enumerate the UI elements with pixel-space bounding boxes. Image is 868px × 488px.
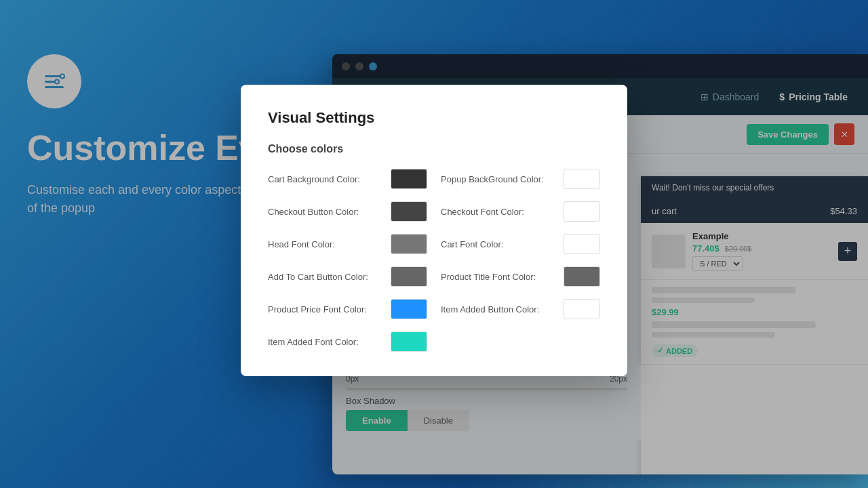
visual-settings-modal: Visual Settings Choose colors Cart Backg… [241,85,627,376]
color-row-item-added-font: Item Added Font Color: [268,331,427,352]
cart-bg-swatch[interactable] [391,169,427,189]
add-btn-label: Add To Cart Button Color: [268,272,391,282]
checkout-btn-swatch[interactable] [391,201,427,222]
cart-font-swatch[interactable] [564,234,600,254]
modal-section-title: Choose colors [268,143,600,155]
modal-overlay: Visual Settings Choose colors Cart Backg… [0,0,868,488]
item-added-font-label: Item Added Font Color: [268,337,391,347]
color-row-head-font: Head Font Color: [268,234,427,254]
product-title-label: Product Title Font Color: [441,272,564,282]
modal-title: Visual Settings [268,109,600,127]
cart-bg-label: Cart Background Color: [268,174,391,184]
item-added-font-swatch[interactable] [391,331,427,352]
price-font-swatch[interactable] [391,299,427,319]
popup-bg-swatch[interactable] [564,169,600,189]
head-font-label: Head Font Color: [268,239,391,249]
product-title-swatch[interactable] [564,266,600,287]
price-font-label: Product Price Font Color: [268,304,391,314]
color-row-checkout-font: Checkout Font Color: [441,201,600,222]
color-row-cart-font: Cart Font Color: [441,234,600,254]
color-row-add-btn: Add To Cart Button Color: [268,266,427,287]
color-options-grid: Cart Background Color: Popup BackGround … [268,169,600,352]
add-btn-swatch[interactable] [391,266,427,287]
color-row-checkout-btn: Checkout Button Color: [268,201,427,222]
popup-bg-label: Popup BackGround Color: [441,174,564,184]
cart-font-label: Cart Font Color: [441,239,564,249]
color-row-empty [441,331,600,352]
item-added-btn-label: Item Added Button Color: [441,304,564,314]
color-row-product-title: Product Title Font Color: [441,266,600,287]
head-font-swatch[interactable] [391,234,427,254]
color-row-item-added-btn: Item Added Button Color: [441,299,600,319]
item-added-btn-swatch[interactable] [564,299,600,319]
color-row-price-font: Product Price Font Color: [268,299,427,319]
color-row-cart-bg: Cart Background Color: [268,169,427,189]
checkout-font-label: Checkout Font Color: [441,207,564,217]
color-row-popup-bg: Popup BackGround Color: [441,169,600,189]
checkout-btn-label: Checkout Button Color: [268,207,391,217]
checkout-font-swatch[interactable] [564,201,600,222]
